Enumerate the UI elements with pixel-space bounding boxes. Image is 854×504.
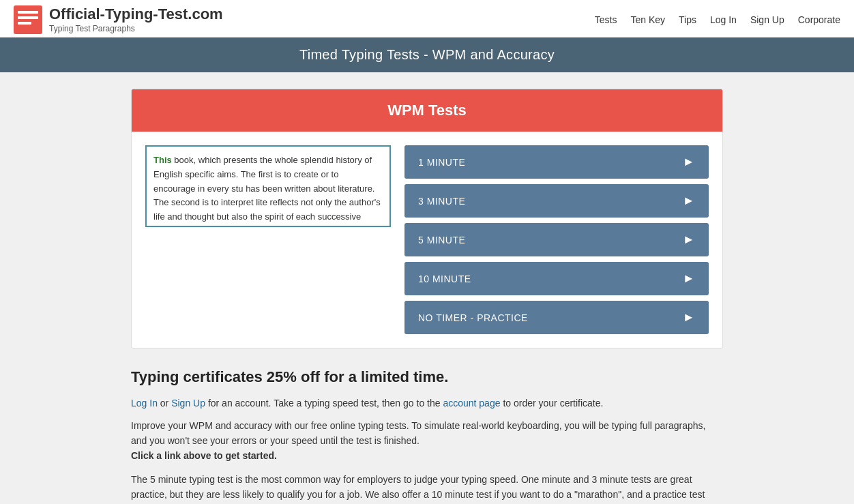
arrow-icon-3: ► xyxy=(683,194,695,208)
nav-tests[interactable]: Tests xyxy=(595,14,617,25)
svg-rect-0 xyxy=(14,5,42,34)
btn-no-timer[interactable]: NO TIMER - PRACTICE ► xyxy=(404,301,709,334)
btn-1-minute-label: 1 MINUTE xyxy=(418,157,465,168)
promo-links-line: Log In or Sign Up for an account. Take a… xyxy=(131,396,723,411)
logo-title-group: Official-Typing-Test.com Typing Test Par… xyxy=(49,6,223,33)
logo-area: Official-Typing-Test.com Typing Test Par… xyxy=(14,5,223,34)
arrow-icon-practice: ► xyxy=(683,310,695,325)
arrow-icon-10: ► xyxy=(683,271,695,286)
wpm-tests-box: WPM Tests This book, which presents the … xyxy=(131,89,723,349)
page-banner: Timed Typing Tests - WPM and Accuracy xyxy=(0,38,854,72)
btn-10-minute-label: 10 MINUTE xyxy=(418,273,471,284)
signup-link[interactable]: Sign Up xyxy=(171,398,205,409)
account-after: to order your certificate. xyxy=(503,398,603,409)
preview-body: book, which presents the whole splendid … xyxy=(153,155,381,227)
banner-title: Timed Typing Tests - WPM and Accuracy xyxy=(299,47,555,62)
btn-5-minute-label: 5 MINUTE xyxy=(418,235,465,246)
wpm-tests-content: This book, which presents the whole sple… xyxy=(132,132,722,348)
btn-10-minute[interactable]: 10 MINUTE ► xyxy=(404,262,709,295)
wpm-tests-header: WPM Tests xyxy=(132,89,722,132)
btn-no-timer-label: NO TIMER - PRACTICE xyxy=(418,312,528,323)
preview-highlight: This xyxy=(153,155,172,165)
account-text: for an account. Take a typing speed test… xyxy=(208,398,443,409)
login-link[interactable]: Log In xyxy=(131,398,158,409)
para-improve-cta: Click a link above to get started. xyxy=(131,450,277,461)
main-nav: Tests Ten Key Tips Log In Sign Up Corpor… xyxy=(595,14,840,25)
content-section: Typing certificates 25% off for a limite… xyxy=(131,365,723,504)
arrow-icon-5: ► xyxy=(683,233,695,247)
main-content: WPM Tests This book, which presents the … xyxy=(120,89,734,504)
nav-login[interactable]: Log In xyxy=(710,14,737,25)
promo-heading: Typing certificates 25% off for a limite… xyxy=(131,365,723,389)
account-page-link[interactable]: account page xyxy=(443,398,500,409)
para-improve-text: Improve your WPM and accuracy with our f… xyxy=(131,420,705,446)
or-text: or xyxy=(160,398,168,409)
btn-1-minute[interactable]: 1 MINUTE ► xyxy=(404,145,709,179)
logo-icon xyxy=(14,5,42,34)
site-subtitle: Typing Test Paragraphs xyxy=(49,24,223,33)
test-buttons-group: 1 MINUTE ► 3 MINUTE ► 5 MINUTE ► 10 MINU… xyxy=(404,145,709,334)
header: Official-Typing-Test.com Typing Test Par… xyxy=(0,0,854,38)
typing-text-preview: This book, which presents the whole sple… xyxy=(145,145,391,227)
btn-5-minute[interactable]: 5 MINUTE ► xyxy=(404,223,709,256)
nav-signup[interactable]: Sign Up xyxy=(750,14,784,25)
btn-3-minute[interactable]: 3 MINUTE ► xyxy=(404,184,709,218)
para-improve: Improve your WPM and accuracy with our f… xyxy=(131,418,723,464)
btn-3-minute-label: 3 MINUTE xyxy=(418,196,465,207)
arrow-icon-1: ► xyxy=(683,155,695,169)
nav-tenkey[interactable]: Ten Key xyxy=(630,14,665,25)
logo-text: Official-Typing-Test.com xyxy=(49,6,223,23)
nav-corporate[interactable]: Corporate xyxy=(798,14,840,25)
nav-tips[interactable]: Tips xyxy=(679,14,696,25)
svg-rect-1 xyxy=(18,11,38,14)
para-5min: The 5 minute typing test is the most com… xyxy=(131,472,723,504)
svg-rect-2 xyxy=(18,16,38,19)
svg-rect-3 xyxy=(18,22,31,25)
